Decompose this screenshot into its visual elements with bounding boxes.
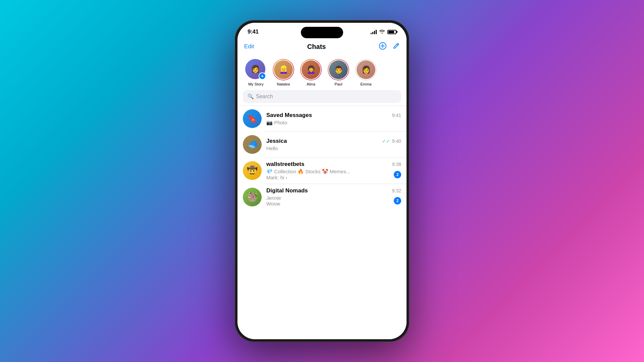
status-bar: 9:41 <box>237 23 407 41</box>
search-placeholder: Search <box>256 94 273 100</box>
jessica-preview: Hello <box>266 145 401 151</box>
alina-avatar: 👩‍🦱 <box>302 60 320 79</box>
dynamic-island <box>301 27 343 38</box>
page-title: Chats <box>307 43 326 51</box>
wsb-time: 9:38 <box>392 162 401 167</box>
chat-list: 🔖 Saved Messages 9:41 📷 Photo <box>237 106 407 339</box>
compose-icon[interactable] <box>392 42 400 51</box>
jessica-header: Jessica ✓✓ 9:40 <box>266 138 401 144</box>
jessica-time-row: ✓✓ 9:40 <box>382 138 401 144</box>
story-item-alina[interactable]: 👩‍🦱 Alina <box>297 59 325 86</box>
phone-screen: 9:41 <box>237 23 407 339</box>
paul-avatar: 👨 <box>329 60 348 79</box>
story-item-emma[interactable]: 👩 Emma <box>352 59 380 86</box>
my-story-avatar: 👩 + <box>245 59 265 79</box>
read-check-icon: ✓✓ <box>382 138 390 144</box>
wsb-preview-line2: Mark: hi › <box>266 175 394 180</box>
wsb-char: 🤠 <box>247 166 258 176</box>
story-name-emma: Emma <box>360 82 371 86</box>
status-icons <box>371 29 396 35</box>
wsb-header: wallstreetbets 9:38 <box>266 161 401 168</box>
nomads-preview-line1: Jennie <box>266 195 394 201</box>
jessica-content: Jessica ✓✓ 9:40 Hello <box>266 138 401 151</box>
story-item-paul[interactable]: 👨 Paul <box>325 59 352 86</box>
paul-avatar-wrap: 👨 <box>328 59 349 80</box>
story-item-mystory[interactable]: 👩 + My Story <box>242 59 270 86</box>
jessica-name: Jessica <box>266 138 287 144</box>
edit-button[interactable]: Edit <box>244 43 254 50</box>
search-bar[interactable]: 🔍 Search <box>243 90 401 103</box>
saved-messages-name: Saved Messages <box>266 112 312 119</box>
natalee-avatar-wrap: 👱‍♀️ <box>273 59 294 80</box>
photo-emoji: 📷 <box>266 120 273 125</box>
wsb-content: wallstreetbets 9:38 💎 Collection 🔥 Stock… <box>266 161 401 180</box>
battery-icon <box>387 30 396 34</box>
story-name-mystory: My Story <box>248 82 263 86</box>
nomads-avatar: 🦥 <box>243 188 262 206</box>
story-item-natalee[interactable]: 👱‍♀️ Natalee <box>270 59 297 86</box>
wifi-icon <box>379 29 385 35</box>
jessica-time: 9:40 <box>392 138 401 144</box>
natalee-ring: 👱‍♀️ <box>273 59 294 80</box>
chat-item-wsb[interactable]: 🤠 wallstreetbets 9:38 💎 Collection 🔥 Sto… <box>237 158 407 184</box>
emma-ring: 👩 <box>355 59 377 80</box>
story-name-natalee: Natalee <box>277 82 290 86</box>
emma-avatar: 👩 <box>357 60 375 79</box>
chat-item-saved[interactable]: 🔖 Saved Messages 9:41 📷 Photo <box>237 106 407 131</box>
jessica-avatar: 🧢 <box>243 135 262 154</box>
add-chat-icon[interactable] <box>379 42 386 51</box>
chat-item-nomads[interactable]: 🦥 Digital Nomads 9:32 Jennie Woow 2 <box>237 184 407 210</box>
natalee-avatar: 👱‍♀️ <box>274 60 293 79</box>
nomads-time: 9:32 <box>392 188 401 193</box>
saved-messages-header: Saved Messages 9:41 <box>266 112 401 119</box>
saved-messages-preview-row: 📷 Photo <box>266 120 401 126</box>
nomads-content: Digital Nomads 9:32 Jennie Woow 2 <box>266 187 401 206</box>
nomads-header: Digital Nomads 9:32 <box>266 187 401 194</box>
alina-ring: 👩‍🦱 <box>300 59 322 80</box>
wsb-avatar: 🤠 <box>243 161 262 180</box>
jessica-preview-row: Hello <box>266 145 401 151</box>
story-name-paul: Paul <box>334 82 342 86</box>
nomads-name: Digital Nomads <box>266 187 308 194</box>
signal-icon <box>371 29 377 34</box>
stories-row: 👩 + My Story 👱‍♀️ Natalee <box>237 55 407 89</box>
status-time: 9:41 <box>248 28 259 35</box>
paul-ring: 👨 <box>328 59 349 80</box>
chat-item-jessica[interactable]: 🧢 Jessica ✓✓ 9:40 Hello <box>237 132 407 157</box>
wsb-preview-line1: 💎 Collection 🔥 Stocks 🤡 Memes... <box>266 169 394 175</box>
my-story-avatar-wrap: 👩 + <box>245 59 267 80</box>
nomads-preview-text: Jennie Woow <box>266 195 394 206</box>
header-actions <box>379 42 400 51</box>
story-name-alina: Alina <box>307 82 315 86</box>
wsb-name: wallstreetbets <box>266 161 304 168</box>
svg-line-3 <box>397 44 398 45</box>
search-icon: 🔍 <box>248 94 254 100</box>
alina-avatar-wrap: 👩‍🦱 <box>300 59 322 80</box>
wsb-preview-text: 💎 Collection 🔥 Stocks 🤡 Memes... Mark: h… <box>266 169 394 180</box>
plus-badge: + <box>259 72 266 80</box>
emma-avatar-wrap: 👩 <box>355 59 377 80</box>
bookmark-icon: 🔖 <box>247 114 258 124</box>
wsb-unread-badge: 2 <box>394 171 401 178</box>
phone-frame: 9:41 <box>235 20 409 342</box>
nomads-preview-row: Jennie Woow 2 <box>266 195 401 206</box>
nomads-unread-badge: 2 <box>394 197 401 204</box>
saved-messages-preview: 📷 Photo <box>266 120 401 126</box>
chats-header: Edit Chats <box>237 41 407 55</box>
saved-messages-avatar: 🔖 <box>243 109 262 128</box>
nomads-preview-line2: Woow <box>266 201 394 206</box>
wsb-preview-row: 💎 Collection 🔥 Stocks 🤡 Memes... Mark: h… <box>266 169 401 180</box>
saved-messages-time: 9:41 <box>392 113 401 118</box>
saved-messages-content: Saved Messages 9:41 📷 Photo <box>266 112 401 126</box>
